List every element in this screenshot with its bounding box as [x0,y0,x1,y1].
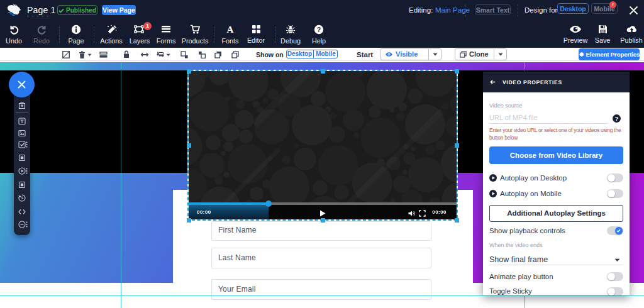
svg-text:?: ? [317,26,321,33]
svg-text:?: ? [615,116,618,122]
